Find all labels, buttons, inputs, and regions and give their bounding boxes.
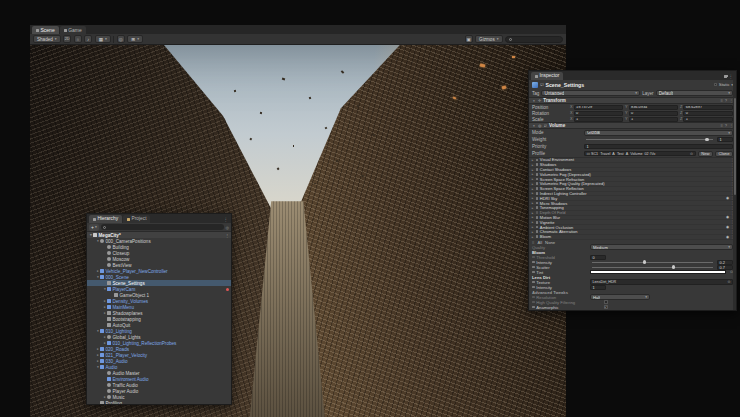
foldout-arrow-icon[interactable]: ▸ [531, 225, 534, 229]
override-checkbox[interactable] [536, 182, 539, 185]
override-checkbox[interactable] [536, 168, 539, 171]
override-checkbox[interactable] [536, 230, 539, 233]
slider-knob[interactable] [705, 138, 709, 142]
mode-dropdown[interactable]: Global ▾ [584, 130, 733, 136]
help-icon[interactable]: ? [725, 98, 727, 103]
create-button[interactable]: + ▾ [89, 224, 99, 231]
axis-value-field[interactable]: 68.62897 [683, 105, 733, 110]
override-checkbox[interactable] [536, 159, 539, 162]
object-picker-icon[interactable]: ⊙ [690, 152, 693, 156]
foldout-arrow-icon[interactable]: ▸ [531, 187, 534, 191]
volume-component-header[interactable]: ▾ ◍ ✓ Volume ≡ ? ⋮ [529, 122, 736, 129]
override-checkbox[interactable] [532, 271, 535, 274]
foldout-arrow-icon[interactable]: ▸ [531, 230, 534, 234]
tab-project[interactable]: Project [123, 215, 150, 223]
eye-icon[interactable]: ◉ [726, 215, 729, 219]
hierarchy-search-input[interactable] [101, 224, 224, 230]
kebab-icon[interactable]: ⋮ [225, 233, 229, 238]
override-checkbox[interactable] [536, 226, 539, 229]
help-icon[interactable]: ? [725, 123, 727, 128]
axis-value-field[interactable]: 19.73729 [574, 105, 623, 110]
gameobject-name[interactable]: Scene_Settings [546, 82, 585, 88]
override-checkbox[interactable] [536, 187, 539, 190]
eye-icon[interactable]: ◎ [226, 225, 230, 230]
weight-slider[interactable] [586, 139, 713, 140]
override-checkbox[interactable] [536, 216, 539, 219]
lock-icon[interactable] [724, 75, 727, 77]
inspector-scrollbar[interactable] [733, 80, 736, 310]
effects-dropdown[interactable]: ▦ ▾ [95, 35, 111, 43]
scene-search-input[interactable] [505, 36, 563, 43]
override-checkbox[interactable] [536, 221, 539, 224]
priority-field[interactable]: 1 [584, 144, 733, 149]
override-checkbox[interactable] [536, 211, 539, 214]
gizmos-dropdown[interactable]: Gizmos ▾ [475, 35, 502, 43]
static-control[interactable]: Static ▾ [714, 82, 733, 87]
axis-value-field[interactable]: 1 [683, 117, 733, 122]
active-checkbox[interactable]: ✓ [540, 83, 544, 87]
foldout-arrow-icon[interactable]: ▸ [531, 215, 534, 219]
eye-icon[interactable]: ◉ [726, 235, 729, 239]
override-checkbox[interactable] [536, 163, 539, 166]
threshold-field[interactable]: 0 [590, 255, 606, 260]
tint-color-swatch[interactable] [590, 270, 726, 274]
foldout-arrow-icon[interactable]: ▸ [531, 211, 534, 215]
scene-camera-icon[interactable]: ▣ [465, 35, 473, 43]
slider-knob[interactable] [643, 260, 647, 264]
toggle-2d-button[interactable]: 2D [63, 35, 71, 43]
tab-inspector[interactable]: Inspector [531, 72, 563, 80]
grid-dropdown[interactable]: ⊞ ▾ [127, 35, 143, 43]
override-checkbox[interactable] [532, 266, 535, 269]
presets-icon[interactable]: ≡ [720, 123, 722, 128]
foldout-arrow-icon[interactable]: ▸ [531, 235, 534, 239]
override-checkbox[interactable] [532, 256, 535, 259]
weight-value-field[interactable]: 1 [717, 137, 733, 142]
transform-component-header[interactable]: ▾ ✛ Transform ≡ ? ⋮ [529, 97, 736, 104]
override-checkbox[interactable] [536, 197, 539, 200]
axis-value-field[interactable]: 1 [629, 117, 678, 122]
foldout-arrow-icon[interactable]: ▸ [531, 172, 534, 176]
foldout-arrow-icon[interactable]: ▸ [531, 196, 534, 200]
scrollbar-thumb[interactable] [734, 98, 736, 195]
foldout-arrow-icon[interactable]: ▸ [531, 220, 534, 224]
override-checkbox[interactable] [536, 173, 539, 176]
scatter-field[interactable]: 0.7 [717, 265, 733, 270]
eye-icon[interactable]: ◉ [726, 196, 729, 200]
object-picker-icon[interactable]: ⊙ [727, 280, 730, 284]
tab-hierarchy[interactable]: Hierarchy [89, 215, 122, 223]
foldout-arrow-icon[interactable]: ▸ [531, 177, 534, 181]
kebab-icon[interactable]: ⋮ [729, 74, 734, 79]
override-checkbox[interactable] [532, 301, 535, 304]
override-checkbox[interactable] [532, 286, 535, 289]
anamorphic-checkbox[interactable]: ✓ [604, 305, 608, 309]
axis-value-field[interactable]: 0 [629, 111, 678, 116]
axis-value-field[interactable]: 0 [683, 111, 733, 116]
override-checkbox[interactable] [532, 296, 535, 299]
kebab-icon[interactable]: ⋮ [224, 217, 229, 222]
profile-object-field[interactable]: ▧ SC1_Travel_A_Test_A_Volume_02 (Vo ⊙ [584, 151, 696, 157]
foldout-arrow-icon[interactable]: ▾ [532, 99, 536, 103]
foldout-arrow-icon[interactable]: ▸ [531, 191, 534, 195]
foldout-arrow-icon[interactable]: ▾ [532, 124, 536, 128]
override-checkbox[interactable] [536, 178, 539, 181]
tab-scene[interactable]: Scene [32, 26, 59, 34]
dirt-intensity-field[interactable]: 1 [590, 285, 606, 290]
layer-dropdown[interactable]: Default ▾ [656, 90, 733, 96]
axis-value-field[interactable]: 0 [574, 111, 623, 116]
hqf-checkbox[interactable] [604, 300, 608, 304]
tag-dropdown[interactable]: Untagged ▾ [541, 90, 640, 96]
clone-button[interactable]: Clone [715, 151, 733, 157]
intensity-slider[interactable] [592, 262, 713, 263]
override-checkbox[interactable] [532, 306, 535, 309]
override-checkbox[interactable] [536, 192, 539, 195]
tab-game[interactable]: Game [60, 26, 86, 34]
hierarchy-row[interactable]: Profiling [87, 400, 231, 405]
foldout-arrow-icon[interactable]: ▸ [531, 206, 534, 210]
override-checkbox[interactable] [536, 202, 539, 205]
scatter-slider[interactable] [592, 267, 713, 268]
static-checkbox[interactable] [714, 83, 718, 87]
foldout-arrow-icon[interactable]: ▸ [531, 158, 534, 162]
presets-icon[interactable]: ≡ [720, 98, 722, 103]
lighting-toggle-icon[interactable]: ☼ [74, 35, 82, 43]
foldout-arrow-icon[interactable]: ▸ [531, 168, 534, 172]
